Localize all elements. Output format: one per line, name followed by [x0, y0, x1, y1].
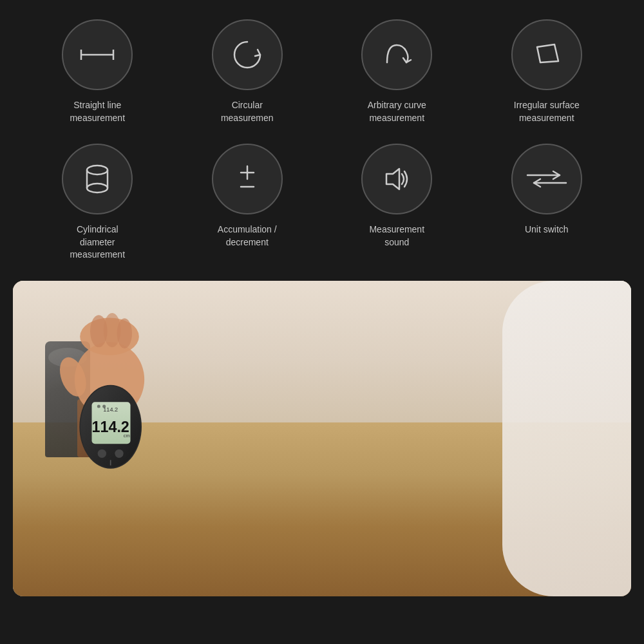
screen-small-reading: 114.2: [103, 406, 118, 413]
unit-switch-circle: [511, 144, 582, 214]
features-section: Straight line measurement Circular measu…: [0, 0, 644, 274]
arbitrary-curve-icon: [377, 35, 416, 74]
svg-point-23: [97, 404, 100, 408]
unit-switch-label: Unit switch: [525, 223, 569, 236]
features-row-2: Cylindrical diameter measurement Accumul…: [26, 144, 618, 261]
scene: 114.2 114.2 cm: [13, 281, 631, 596]
cylindrical-icon: [78, 160, 117, 198]
svg-point-7: [87, 184, 108, 193]
svg-point-19: [117, 318, 132, 348]
svg-point-25: [98, 450, 106, 458]
irregular-surface-icon: [527, 35, 566, 74]
sound-label: Measurement sound: [369, 223, 424, 249]
circular-label: Circular measuremen: [221, 99, 274, 124]
feature-accumulation: Accumulation / decrement: [176, 144, 319, 261]
app-container: Straight line measurement Circular measu…: [0, 0, 644, 596]
circular-circle: [212, 19, 283, 90]
svg-marker-3: [537, 44, 558, 62]
hand-device-svg: 114.2 114.2 cm: [26, 294, 193, 487]
accumulation-circle: [212, 144, 283, 214]
feature-irregular-surface: Irregular surface measurement: [475, 19, 619, 124]
arbitrary-curve-circle: [361, 19, 432, 90]
svg-point-26: [115, 450, 123, 458]
circular-icon: [228, 35, 267, 74]
irregular-surface-label: Irregular surface measurement: [514, 99, 580, 124]
accumulation-icon: [228, 160, 267, 198]
sound-icon: [377, 160, 416, 198]
svg-point-4: [87, 166, 108, 175]
feature-circular: Circular measuremen: [176, 19, 319, 124]
svg-point-24: [102, 404, 106, 408]
accumulation-label: Accumulation / decrement: [218, 223, 277, 249]
photo-section: 114.2 114.2 cm: [13, 281, 631, 596]
straight-line-circle: [62, 19, 133, 90]
svg-marker-11: [386, 169, 399, 189]
feature-cylindrical: Cylindrical diameter measurement: [26, 144, 169, 261]
feature-arbitrary-curve: Arbitrary curve measurement: [325, 19, 469, 124]
unit-switch-icon: [524, 166, 569, 192]
irregular-surface-circle: [511, 19, 582, 90]
cylindrical-label: Cylindrical diameter measurement: [70, 223, 125, 261]
straight-line-label: Straight line measurement: [70, 99, 125, 124]
feature-straight-line: Straight line measurement: [26, 19, 169, 124]
arbitrary-curve-label: Arbitrary curve measurement: [368, 99, 426, 124]
feature-sound: Measurement sound: [325, 144, 469, 261]
feature-unit-switch: Unit switch: [475, 144, 619, 261]
straight-line-icon: [78, 42, 117, 68]
cylindrical-circle: [62, 144, 133, 214]
sound-circle: [361, 144, 432, 214]
features-row-1: Straight line measurement Circular measu…: [26, 19, 618, 124]
screen-unit: cm: [124, 433, 130, 439]
garment: [502, 281, 631, 596]
